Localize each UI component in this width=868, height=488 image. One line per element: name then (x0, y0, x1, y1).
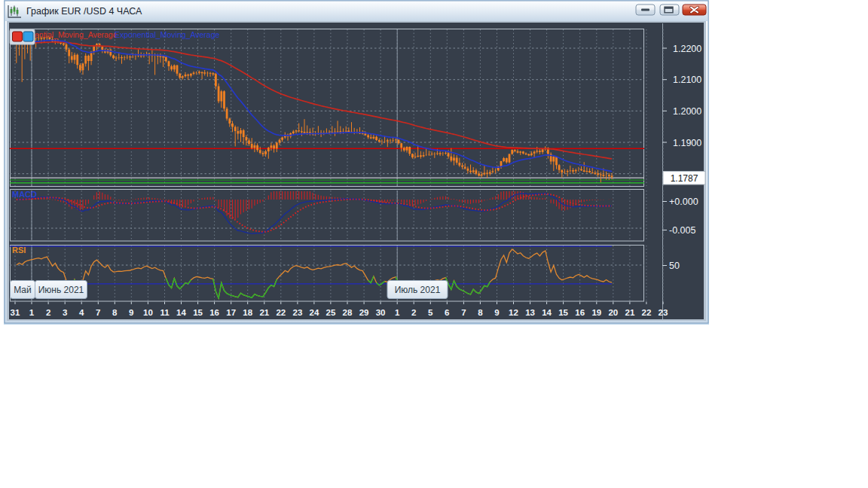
time-axis-label: 2 (411, 308, 416, 317)
time-axis-label: 30 (376, 308, 386, 317)
time-axis-label: 5 (428, 308, 433, 317)
time-axis-label: 18 (243, 308, 252, 317)
restore-button[interactable] (660, 5, 679, 15)
minimize-icon (641, 9, 649, 11)
time-axis-label: 10 (143, 308, 153, 317)
time-axis-label: 1 (395, 308, 400, 317)
macd-axis-label: -0.005 (669, 225, 695, 236)
current-price-badge: 1.1787 (663, 172, 705, 185)
time-axis-label: 7 (461, 308, 466, 317)
title-bar[interactable]: График EUR /USD 4 ЧАСА (5, 2, 708, 21)
macd-pane-label: MACD (12, 190, 37, 199)
ema-blue-legend-label: Exponential_Moving_Average (115, 30, 219, 39)
time-axis-label: 7 (96, 308, 100, 317)
month-marker-july: Июль 2021 (387, 281, 448, 299)
month-marker-may: Май (11, 281, 35, 299)
time-axis-label: 16 (209, 308, 219, 317)
price-label: 1.2100 (673, 75, 701, 85)
month-marker-label: Май (14, 285, 32, 295)
rsi-pane-label: RSI (12, 246, 26, 255)
time-axis-label: 11 (160, 308, 170, 317)
current-price-value: 1.1787 (671, 173, 698, 184)
marker-chip-toolbar (10, 29, 35, 44)
window-title: График EUR /USD 4 ЧАСА (26, 6, 142, 17)
month-marker-june: Июнь 2021 (35, 281, 87, 299)
time-axis-label: 24 (310, 308, 319, 317)
time-axis-label: 25 (326, 308, 336, 317)
month-marker-label: Июль 2021 (395, 285, 441, 295)
time-axis-label: 22 (642, 308, 652, 317)
minimize-button[interactable] (636, 5, 655, 15)
time-axis-label: 1 (29, 308, 35, 317)
time-axis-label: 20 (608, 308, 618, 317)
time-axis-label: 23 (293, 308, 303, 317)
macd-axis-label: +0.000 (669, 197, 698, 207)
time-axis-label: 28 (343, 308, 353, 317)
time-axis-label: 6 (445, 308, 449, 317)
time-axis-label: 14 (176, 308, 186, 317)
time-axis-label: 16 (575, 308, 585, 317)
time-axis-label: 3 (63, 308, 67, 317)
time-axis-label: 12 (509, 308, 518, 317)
ema-red-legend-label: ential_Moving_Average (35, 30, 118, 39)
time-axis-label: 21 (625, 308, 635, 317)
time-axis-label: 2 (46, 308, 50, 317)
price-label: 1.2000 (673, 106, 701, 117)
close-button[interactable] (683, 5, 706, 15)
time-axis-label: 8 (112, 308, 118, 317)
time-axis-label: 15 (193, 308, 203, 317)
red-marker-button[interactable] (13, 32, 23, 41)
time-axis-label: 31 (11, 308, 20, 317)
time-axis-label: 9 (494, 308, 499, 317)
chart-background[interactable] (9, 23, 704, 319)
month-marker-label: Июнь 2021 (38, 285, 84, 295)
time-axis-label: 13 (525, 308, 535, 317)
time-axis-label: 21 (259, 308, 269, 317)
app-window-canvas: График EUR /USD 4 ЧАСА (0, 0, 868, 488)
time-axis-label: 23 (659, 308, 668, 317)
price-label: 1.1900 (673, 138, 701, 148)
time-axis-label: 29 (359, 308, 369, 317)
time-axis-label: 17 (226, 308, 236, 317)
rsi-axis-label: 50 (669, 261, 680, 271)
time-axis-label: 22 (276, 308, 286, 317)
desktop-background: График EUR /USD 4 ЧАСА (0, 0, 868, 488)
time-axis-label: 4 (79, 308, 84, 317)
time-axis-label: 15 (558, 308, 568, 317)
time-axis-label: 19 (591, 308, 601, 317)
price-label: 1.2200 (673, 44, 701, 54)
time-axis-label: 9 (129, 308, 133, 317)
blue-marker-button[interactable] (23, 32, 33, 41)
time-axis-label: 8 (478, 308, 483, 317)
time-axis-label: 14 (542, 308, 552, 317)
